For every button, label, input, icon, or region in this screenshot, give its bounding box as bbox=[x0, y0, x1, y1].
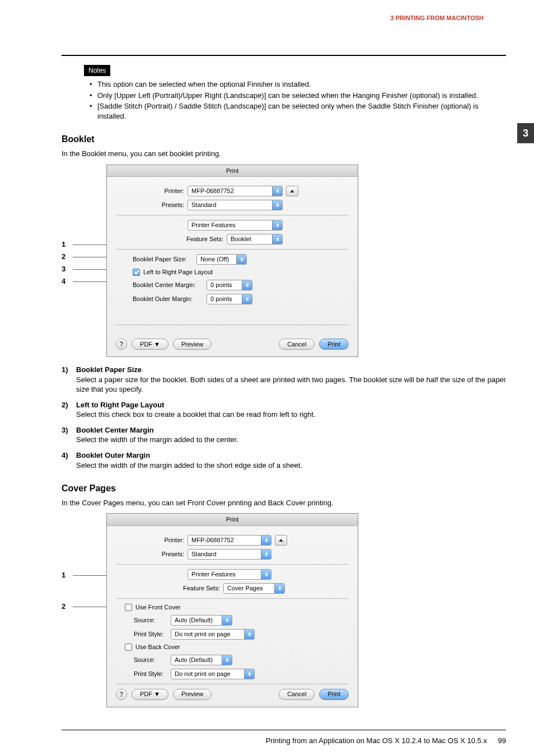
featuresets-label: Feature Sets: bbox=[116, 235, 223, 243]
featuresets-label: Feature Sets: bbox=[116, 584, 220, 593]
def-item: 4)Booklet Outer MarginSelect the width o… bbox=[62, 450, 506, 470]
back-cover-checkbox[interactable] bbox=[125, 644, 132, 651]
printer-label: Printer: bbox=[116, 187, 184, 195]
presets-label: Presets: bbox=[116, 201, 184, 209]
source-label: Source: bbox=[134, 616, 167, 624]
back-style-select[interactable]: Do not print on page bbox=[171, 669, 255, 679]
pane-select[interactable]: Printer Features bbox=[188, 569, 271, 580]
featuresets-select[interactable]: Booklet bbox=[227, 234, 283, 245]
center-margin-label: Booklet Center Margin: bbox=[133, 281, 203, 289]
def-item: 3)Booklet Center MarginSelect the width … bbox=[62, 425, 506, 445]
paper-size-select[interactable]: None (Off) bbox=[196, 254, 247, 265]
cancel-button[interactable]: Cancel bbox=[279, 339, 315, 350]
expand-button[interactable] bbox=[275, 535, 287, 546]
chapter-header: 3 PRINTING FROM MACINTOSH bbox=[28, 11, 506, 21]
pane-select[interactable]: Printer Features bbox=[188, 220, 283, 231]
callout-1: 1 bbox=[62, 240, 69, 250]
note-item: •[Saddle Stitch (Portrait) / Saddle Stit… bbox=[90, 101, 506, 121]
ltr-checkbox[interactable] bbox=[133, 269, 140, 276]
printer-select[interactable]: MFP-06887752 bbox=[188, 535, 271, 546]
booklet-intro: In the Booklet menu, you can set booklet… bbox=[62, 149, 506, 159]
notes-tag: Notes bbox=[84, 65, 110, 76]
note-item: •Only [Upper Left (Portrait)/Upper Right… bbox=[90, 91, 506, 101]
page-number: 99 bbox=[498, 736, 506, 745]
front-cover-checkbox[interactable] bbox=[125, 604, 132, 611]
outer-margin-select[interactable]: 0 points bbox=[207, 294, 252, 304]
dialog-title: Print bbox=[107, 514, 358, 526]
center-margin-select[interactable]: 0 points bbox=[207, 280, 252, 290]
front-style-select[interactable]: Do not print on page bbox=[171, 629, 255, 640]
print-dialog-booklet: Print Printer: MFP-06887752 Presets: Sta… bbox=[106, 165, 358, 358]
front-cover-label: Use Front Cover bbox=[135, 603, 181, 612]
callout-3: 3 bbox=[62, 264, 69, 274]
help-button[interactable]: ? bbox=[116, 339, 127, 350]
ltr-label: Left to Right Page Layout bbox=[143, 268, 213, 276]
back-source-select[interactable]: Auto (Default) bbox=[171, 655, 232, 665]
paper-size-label: Booklet Paper Size: bbox=[133, 255, 193, 264]
expand-button[interactable] bbox=[286, 186, 298, 196]
def-item: 1)Booklet Paper SizeSelect a paper size … bbox=[62, 365, 506, 395]
callout-2: 2 bbox=[62, 252, 69, 262]
print-button[interactable]: Print bbox=[319, 339, 349, 350]
callout-2: 2 bbox=[62, 602, 69, 612]
front-source-select[interactable]: Auto (Default) bbox=[171, 615, 232, 626]
presets-select[interactable]: Standard bbox=[188, 200, 283, 210]
cover-heading: Cover Pages bbox=[62, 482, 506, 495]
preview-button[interactable]: Preview bbox=[173, 339, 212, 350]
note-item: •This option can be selected when the op… bbox=[90, 79, 506, 90]
help-button[interactable]: ? bbox=[116, 689, 127, 700]
dialog-title: Print bbox=[107, 165, 358, 177]
source-label: Source: bbox=[134, 656, 167, 664]
chapter-tab: 3 bbox=[517, 123, 534, 143]
presets-select[interactable]: Standard bbox=[188, 549, 271, 560]
pdf-button[interactable]: PDF ▼ bbox=[132, 689, 168, 700]
booklet-heading: Booklet bbox=[62, 133, 506, 145]
style-label: Print Style: bbox=[134, 630, 167, 638]
print-button[interactable]: Print bbox=[319, 689, 349, 700]
cancel-button[interactable]: Cancel bbox=[279, 689, 315, 700]
pdf-button[interactable]: PDF ▼ bbox=[132, 339, 168, 350]
back-cover-label: Use Back Cover bbox=[135, 643, 180, 651]
outer-margin-label: Booklet Outer Margin: bbox=[133, 295, 203, 303]
preview-button[interactable]: Preview bbox=[173, 689, 212, 700]
def-item: 2)Left to Right Page LayoutSelect this c… bbox=[62, 400, 506, 420]
style-label: Print Style: bbox=[134, 670, 167, 678]
printer-label: Printer: bbox=[116, 536, 184, 544]
callout-1: 1 bbox=[62, 570, 69, 580]
print-dialog-cover: Print Printer: MFP-06887752 Presets: Sta… bbox=[106, 513, 358, 707]
cover-intro: In the Cover Pages menu, you can set Fro… bbox=[62, 498, 506, 508]
printer-select[interactable]: MFP-06887752 bbox=[188, 186, 283, 196]
featuresets-select[interactable]: Cover Pages bbox=[223, 583, 285, 594]
footer-text: Printing from an Application on Mac OS X… bbox=[266, 736, 487, 745]
callout-4: 4 bbox=[62, 276, 69, 287]
presets-label: Presets: bbox=[116, 550, 184, 558]
